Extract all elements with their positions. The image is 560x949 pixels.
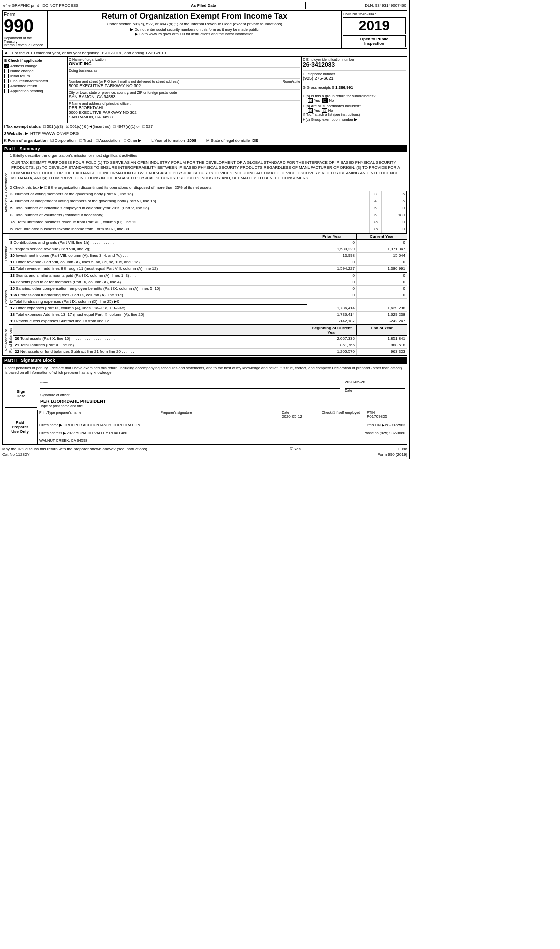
501c3-label: 501(c)(3) <box>47 124 63 129</box>
exp-row-16b: bTotal fundraising expenses (Part IX, co… <box>9 299 407 306</box>
line2-area: 2 Check this box ▶ □ if the organization… <box>9 184 407 192</box>
ha-no-option: ☑ No <box>322 98 334 103</box>
assoc-option: □ Association <box>96 138 120 143</box>
exp-row-16a: 16aProfessional fundraising fees (Part I… <box>9 292 407 299</box>
form-header: Form 990 Department of the Treasury Inte… <box>2 10 408 49</box>
footer: May the IRS discuss this return with the… <box>2 447 408 457</box>
r8-desc: 8Contributions and grants (Part VIII, li… <box>9 240 307 246</box>
e19-desc: 19Revenue less expenses Subtract line 18… <box>9 318 307 324</box>
officer-title-label: Type or print name and title <box>40 404 405 408</box>
form-number-area: Form 990 Department of the Treasury Inte… <box>3 11 48 48</box>
e19-current: -242,247 <box>357 318 407 324</box>
expenses-section: Expenses 13Grants and similar amounts pa… <box>2 273 408 326</box>
r11-current: 0 <box>357 260 407 266</box>
checkbox-amended-return <box>4 84 9 88</box>
org-name-area: C Name of organization ONVIF INC <box>69 58 300 68</box>
r8-prior: 0 <box>307 240 357 246</box>
line6-val: 180 <box>382 212 407 219</box>
checkbox-address-change <box>4 64 9 68</box>
trust-option: □ Trust <box>80 138 92 143</box>
line3-box: 3 <box>370 192 382 198</box>
na20-desc: 20Total assets (Part X, line 16) . . . .… <box>14 336 307 342</box>
4947-option: □ 4947(a)(1) or <box>114 124 140 129</box>
revenue-col-headers: Prior Year Current Year <box>9 234 407 240</box>
na-row-20: 20Total assets (Part X, line 16) . . . .… <box>14 336 407 342</box>
ha-no-label: No <box>330 98 334 103</box>
e13-desc: 13Grants and similar amounts paid (Part … <box>9 273 307 279</box>
omb-number: OMB No 1545-0047 <box>343 12 406 16</box>
org-dba-label: Doing business as <box>69 69 300 72</box>
firm-name: ▶ CROPPER ACCOUNTANCY CORPORATION <box>60 423 140 428</box>
discuss-no-label: No <box>402 447 408 452</box>
527-option: □ 527 <box>142 124 152 129</box>
org-city-area: City or town, state or province, country… <box>69 91 300 101</box>
prep-check-area: Check □ if self-employed <box>320 411 366 420</box>
sig-date-row: ------- 2020-05-28 Date <box>40 380 405 392</box>
desc-header <box>9 234 307 240</box>
prep-sig-label: Preparer's signature <box>161 411 279 414</box>
na-row-22: 22Net assets or fund balances Subtract l… <box>14 349 407 356</box>
lines-3-7: 3 Number of voting members of the govern… <box>9 192 407 234</box>
e14-desc: 14Benefits paid to or for members (Part … <box>9 280 307 286</box>
preparer-row3: Firm's address ▶ 2977 YGNACIO VALLEY ROA… <box>38 430 407 438</box>
banner-right: DLN: 93493149007460 <box>306 2 408 9</box>
line4-box: 4 <box>370 198 382 205</box>
officer-name: PER BJORKDAHL PRESIDENT <box>40 399 405 404</box>
part2-label: Part II <box>4 358 17 363</box>
check-final-return-label: Final return/terminated <box>10 79 48 84</box>
dln-label: DLN: 93493149007460 <box>365 4 406 8</box>
prep-date-val: 2020-05-12 <box>282 414 318 419</box>
discuss-yes-label: Yes <box>294 447 301 452</box>
sig-block-text: Under penalties of perjury, I declare th… <box>5 366 405 375</box>
part2-header: Part II Signature Block <box>2 357 408 364</box>
line2-text: 2 Check this box ▶ □ if the organization… <box>10 186 212 190</box>
website-label: J Website: ▶ <box>4 132 28 136</box>
other-label: Other ▶ <box>128 138 142 143</box>
e16a-desc: 16aProfessional fundraising fees (Part I… <box>9 292 307 298</box>
section-a-text: For the 2019 calendar year, or tax year … <box>10 50 407 56</box>
line5-desc: 5 Total number of individuals employed i… <box>9 206 370 212</box>
tax-year: 2019 <box>343 18 406 34</box>
gross-label: G Gross receipts $ <box>303 86 334 90</box>
e16b-prior <box>307 299 357 305</box>
line-5: 5 Total number of individuals employed i… <box>9 206 407 212</box>
preparer-title-area: Paid Preparer Use Only <box>3 410 38 444</box>
prep-name-label: Print/Type preparer's name <box>40 411 158 414</box>
check-final-return: Final return/terminated <box>4 79 66 84</box>
org-principal-label: F Name and address of principal officer: <box>69 102 300 106</box>
firm-city-val: WALNUT CREEK, CA 94598 <box>40 438 88 443</box>
revenue-row-11: 11Other revenue (Part VIII, column (A), … <box>9 260 407 266</box>
revenue-row-9: 9Program service revenue (Part VIII, lin… <box>9 246 407 253</box>
preparer-title-text: Paid Preparer Use Only <box>12 420 29 434</box>
preparer-row1: Print/Type preparer's name Preparer's si… <box>38 410 407 422</box>
line7a-desc: 7a Total unrelated business revenue from… <box>9 220 370 226</box>
exp-row-14: 14Benefits paid to or for members (Part … <box>9 280 407 286</box>
footer-bottom: Cat No 11282Y Form 990 (2019) <box>2 452 408 457</box>
check-initial-return: Initial return <box>4 74 66 78</box>
org-dba <box>69 72 300 78</box>
sig-officer-label: Signature of officer <box>40 394 405 397</box>
corp-option: ☑ Corporation <box>50 138 76 143</box>
line-7a: 7a Total unrelated business revenue from… <box>9 220 407 226</box>
line4-desc: 4 Number of independent voting members o… <box>9 198 370 205</box>
preparer-section: Paid Preparer Use Only Print/Type prepar… <box>2 410 408 445</box>
website-url: HTTP //WWW ONVIF ORG <box>30 132 79 136</box>
line4-val: 5 <box>382 198 407 205</box>
prep-ptin-area: PTIN P01709825 <box>366 411 406 420</box>
ein-label: D Employer identification number <box>303 58 406 62</box>
na-desc-header <box>14 326 307 336</box>
e16b-desc: bTotal fundraising expenses (Part IX, co… <box>9 299 307 305</box>
form-subtitle3: ▶ Go to www.irs.gov/Form990 for instruct… <box>49 32 340 36</box>
org-city-label: City or town, state or province, country… <box>69 91 300 94</box>
501c3-option: □ 501(c)(3) <box>44 124 64 129</box>
tax-status-row: I Tax-exempt status □ 501(c)(3) ☑ 501(c)… <box>2 124 408 130</box>
state-value: DE <box>252 138 258 143</box>
r10-prior: 13,998 <box>307 253 357 259</box>
prep-date-label: Date <box>282 411 318 414</box>
part1-main: 1 Briefly describe the organization's mi… <box>9 152 407 234</box>
na22-desc: 22Net assets or fund balances Subtract l… <box>14 349 307 355</box>
check-application-pending: Application pending <box>4 89 66 94</box>
form-of-org-label: K Form of organization <box>4 138 48 143</box>
e19-prior: -142,187 <box>307 318 357 324</box>
hb-yes-label: Yes <box>314 108 320 113</box>
